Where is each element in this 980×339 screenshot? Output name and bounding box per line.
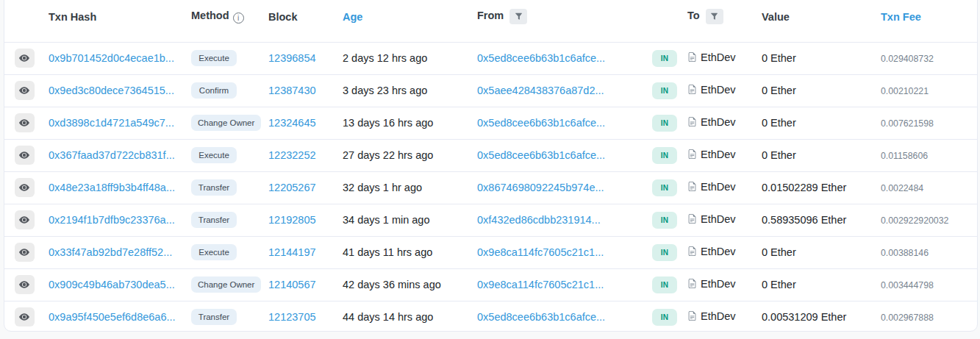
contract-document-icon [687, 85, 697, 97]
from-filter-button[interactable] [509, 9, 527, 24]
view-details-button[interactable] [15, 178, 35, 197]
view-details-button[interactable] [15, 307, 35, 326]
view-details-button[interactable] [15, 49, 35, 68]
from-address-link[interactable]: 0xf432ed86cdbb231914... [477, 214, 601, 226]
txn-hash-link[interactable]: 0x909c49b46ab730dea5... [49, 279, 175, 290]
method-badge: Transfer [191, 212, 237, 228]
to-header-label: To [687, 10, 700, 22]
table-row: 0x9a95f450e5ef6d8e6a6... Transfer 121237… [4, 301, 978, 332]
txn-hash-link[interactable]: 0x9b701452d0c4ecae1b... [49, 52, 174, 64]
method-badge: Execute [191, 147, 237, 163]
funnel-icon [515, 13, 523, 21]
value-text: 0.00531209 Ether [762, 311, 846, 323]
value-header-label: Value [762, 11, 790, 23]
from-address-link[interactable]: 0x9e8ca114fc7605c21c1... [477, 246, 604, 258]
value-text: 0.58935096 Ether [762, 214, 846, 226]
block-link[interactable]: 12144197 [268, 246, 316, 258]
table-row: 0x367faad37d722cb831f... Execute 1223225… [4, 139, 978, 171]
method-badge: Transfer [191, 179, 237, 196]
value-text: 0.01502289 Ether [762, 182, 846, 193]
contract-document-icon [687, 52, 697, 65]
from-address-link[interactable]: 0x5ed8cee6b63b1c6afce... [477, 52, 605, 64]
eye-icon [19, 312, 29, 322]
view-details-button[interactable] [15, 275, 35, 294]
col-header-txn-hash: Txn Hash [44, 0, 187, 42]
txn-hash-header-label: Txn Hash [49, 11, 96, 23]
col-header-direction [648, 0, 683, 42]
direction-badge: IN [652, 244, 677, 261]
from-address-link[interactable]: 0x5ed8cee6b63b1c6afce... [477, 311, 605, 323]
to-name-tag: EthDev [701, 51, 736, 63]
view-details-button[interactable] [15, 81, 35, 100]
direction-badge: IN [652, 147, 677, 164]
block-link[interactable]: 12192805 [268, 214, 316, 226]
view-details-button[interactable] [15, 210, 35, 229]
contract-document-icon [687, 182, 697, 194]
txn-hash-link[interactable]: 0x48e23a18ff9b3b4ff48a... [49, 182, 175, 193]
table-row: 0xd3898c1d4721a549c7... Change Owner 123… [4, 107, 978, 139]
from-address-link[interactable]: 0x9e8ca114fc7605c21c1... [477, 279, 604, 290]
col-header-method: Methodi [187, 0, 264, 42]
block-link[interactable]: 12324645 [268, 117, 316, 129]
view-details-button[interactable] [15, 243, 35, 262]
col-header-eye [4, 0, 44, 42]
to-name-tag: EthDev [701, 149, 736, 160]
block-link[interactable]: 12232252 [268, 149, 316, 161]
method-badge: Execute [191, 50, 237, 66]
eye-icon [19, 85, 29, 96]
direction-badge: IN [652, 276, 677, 293]
txn-hash-link[interactable]: 0x2194f1b7dfb9c23376a... [49, 214, 175, 226]
direction-badge: IN [652, 179, 677, 196]
method-badge: Change Owner [191, 115, 261, 131]
value-text: 0 Ether [762, 149, 796, 161]
col-header-age: Age [338, 0, 473, 42]
table-row: 0x9ed3c80dece7364515... Confirm 12387430… [4, 74, 978, 107]
txn-fee-toggle-link[interactable]: Txn Fee [881, 11, 921, 23]
col-header-txn-fee: Txn Fee [876, 0, 978, 42]
view-details-button[interactable] [15, 146, 35, 165]
method-header-label: Method [191, 10, 229, 21]
block-link[interactable]: 12387430 [268, 85, 316, 96]
to-name-tag: EthDev [701, 213, 736, 225]
method-badge: Transfer [191, 309, 237, 325]
value-text: 0 Ether [762, 246, 796, 258]
from-address-link[interactable]: 0x5ed8cee6b63b1c6afce... [477, 149, 605, 161]
transactions-table: Txn Hash Methodi Block Age From To Value… [4, 0, 978, 332]
block-link[interactable]: 12123705 [268, 311, 316, 323]
age-sort-link[interactable]: Age [343, 11, 362, 23]
col-header-from: From [473, 0, 648, 42]
txn-hash-link[interactable]: 0x9a95f450e5ef6d8e6a6... [49, 311, 176, 323]
txn-fee-text: 0.002922920032 [881, 215, 948, 226]
block-link[interactable]: 12205267 [268, 182, 316, 193]
to-name-tag: EthDev [701, 246, 736, 257]
eye-icon [19, 118, 29, 128]
funnel-icon [710, 13, 718, 21]
direction-badge: IN [652, 212, 677, 229]
eye-icon [19, 53, 29, 63]
block-link[interactable]: 12396854 [268, 52, 316, 64]
to-name-tag: EthDev [701, 181, 736, 193]
value-text: 0 Ether [762, 117, 796, 129]
value-text: 0 Ether [762, 85, 796, 96]
txn-hash-link[interactable]: 0xd3898c1d4721a549c7... [49, 117, 174, 129]
method-badge: Confirm [191, 82, 237, 99]
view-details-button[interactable] [15, 113, 35, 132]
txn-hash-link[interactable]: 0x367faad37d722cb831f... [49, 149, 175, 161]
eye-icon [19, 279, 29, 290]
txn-hash-link[interactable]: 0x33f47ab92bd7e28ff52... [49, 246, 172, 258]
txn-fee-text: 0.007621598 [881, 118, 934, 129]
info-icon[interactable]: i [233, 13, 244, 24]
direction-badge: IN [652, 82, 677, 99]
col-header-value: Value [757, 0, 876, 42]
to-filter-button[interactable] [706, 9, 723, 24]
from-address-link[interactable]: 0x8674698092245b974e... [477, 182, 604, 193]
contract-document-icon [687, 149, 697, 162]
txn-fee-text: 0.01158606 [881, 151, 928, 161]
contract-document-icon [687, 214, 697, 226]
from-address-link[interactable]: 0x5ed8cee6b63b1c6afce... [477, 117, 605, 129]
block-link[interactable]: 12140567 [268, 279, 316, 290]
txn-hash-link[interactable]: 0x9ed3c80dece7364515... [49, 85, 174, 96]
col-header-block: Block [264, 0, 338, 42]
block-header-label: Block [268, 11, 298, 23]
from-address-link[interactable]: 0x5aee428438376a87d2... [477, 85, 604, 96]
